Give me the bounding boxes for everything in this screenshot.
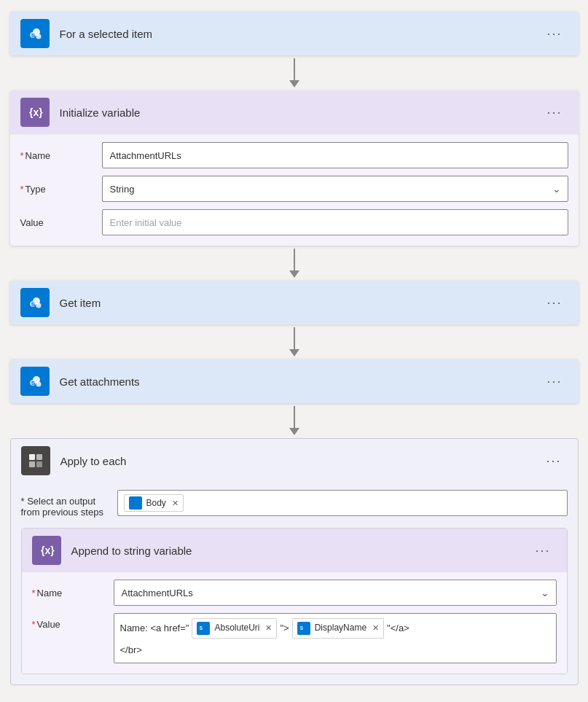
card-header-get-attachments: S Get attachments ··· <box>10 359 579 403</box>
name-select-wrapper: AttachmentURLs ⌄ <box>114 580 557 606</box>
output-field[interactable]: S Body ✕ <box>117 490 568 516</box>
field-row-append-value: *Value Name: <a href=" S <box>32 613 557 663</box>
tag-close-abs[interactable]: ✕ <box>265 621 272 636</box>
card-init-var: {x} Initialize variable ··· *Name *Type <box>10 90 579 246</box>
field-row-value: Value <box>20 209 568 235</box>
svg-text:S: S <box>299 625 303 631</box>
sharepoint-icon-get-item: S <box>20 288 50 317</box>
sharepoint-svg-3: S <box>26 373 44 390</box>
sharepoint-icon-get-attachments: S <box>20 367 50 396</box>
apply-section-body: * Select an output from previous steps S… <box>11 483 578 674</box>
menu-btn-get-attachments[interactable]: ··· <box>541 371 568 392</box>
variable-svg-append: {x} <box>38 542 55 559</box>
arrow-head-4 <box>289 428 299 435</box>
arrow-head-1 <box>289 80 299 87</box>
input-value-init[interactable] <box>102 209 568 235</box>
svg-rect-13 <box>29 454 35 460</box>
variable-icon-append: {x} <box>32 536 61 565</box>
sharepoint-svg: S <box>26 25 44 42</box>
card-selected-item: S For a selected item ··· <box>10 12 579 55</box>
card-header-get-item: S Get item ··· <box>10 281 579 324</box>
apply-icon <box>21 446 50 475</box>
card-header-init-var: {x} Initialize variable ··· <box>10 90 579 134</box>
card-apply-each: Apply to each ··· * Select an output fro… <box>10 438 579 685</box>
tag-body: S Body ✕ <box>124 494 184 512</box>
svg-text:S: S <box>31 380 36 386</box>
menu-btn-append[interactable]: ··· <box>529 540 556 561</box>
tag-body-icon: S <box>129 496 142 510</box>
arrow-head-3 <box>289 349 299 356</box>
sp-svg-abs: S <box>198 623 208 633</box>
svg-rect-15 <box>29 461 35 467</box>
flow-container: S For a selected item ··· {x} Initialize… <box>0 0 588 697</box>
arrow-line-2 <box>294 249 295 270</box>
menu-btn-get-item[interactable]: ··· <box>541 292 568 313</box>
title-selected-item: For a selected item <box>60 28 153 40</box>
card-get-attachments: S Get attachments ··· <box>10 359 579 403</box>
label-append-name: *Name <box>32 588 105 598</box>
arrow-1 <box>10 55 579 90</box>
title-apply-each: Apply to each <box>60 455 127 467</box>
svg-point-7 <box>36 303 41 308</box>
svg-text:S: S <box>31 32 36 39</box>
sharepoint-svg-2: S <box>26 294 44 311</box>
variable-svg: {x} <box>26 104 44 121</box>
svg-text:S: S <box>200 625 203 631</box>
select-type[interactable]: String Integer Float Boolean Array Objec… <box>102 176 568 202</box>
svg-rect-14 <box>36 454 42 460</box>
svg-rect-16 <box>36 461 42 467</box>
append-body: *Name AttachmentURLs ⌄ *Value <box>22 572 567 674</box>
arrow-line-3 <box>294 327 295 349</box>
menu-btn-selected-item[interactable]: ··· <box>541 23 568 44</box>
title-get-attachments: Get attachments <box>60 375 140 388</box>
value-text-1: Name: <a href=" <box>120 620 189 636</box>
arrow-3 <box>10 324 579 359</box>
label-type: *Type <box>20 184 93 195</box>
svg-text:S: S <box>31 301 36 308</box>
arrow-4 <box>10 403 579 438</box>
apply-svg <box>27 452 44 469</box>
sharepoint-icon-selected: S <box>20 19 50 48</box>
title-get-item: Get item <box>60 297 101 309</box>
variable-icon-init: {x} <box>20 98 50 127</box>
field-row-name: *Name <box>20 142 568 168</box>
tag-body-label: Body <box>146 498 166 508</box>
svg-text:{x}: {x} <box>41 545 55 556</box>
svg-text:S: S <box>131 500 134 504</box>
label-append-value: *Value <box>32 613 105 630</box>
svg-point-11 <box>36 382 41 387</box>
menu-btn-init-var[interactable]: ··· <box>541 102 568 123</box>
body-init-var: *Name *Type String Integer Float Boolean… <box>10 134 579 246</box>
tag-absolute-uri-icon: S <box>197 622 210 635</box>
label-select-output: * Select an output from previous steps <box>21 490 109 518</box>
input-name[interactable] <box>102 142 568 168</box>
label-name: *Name <box>20 150 93 161</box>
sharepoint-tag-svg: S <box>130 498 141 508</box>
card-header-selected-item: S For a selected item ··· <box>10 12 579 55</box>
arrow-2 <box>10 246 579 281</box>
select-wrapper-type: String Integer Float Boolean Array Objec… <box>102 176 568 202</box>
title-init-var: Initialize variable <box>60 106 141 119</box>
apply-outer-header: Apply to each ··· <box>11 439 578 483</box>
tag-display-name-icon: S <box>297 622 310 635</box>
svg-point-2 <box>36 34 41 39</box>
value-text-2: "> <box>280 620 289 636</box>
value-line-2: </br> <box>120 641 550 658</box>
value-text-3: "</a> <box>387 620 409 636</box>
tag-display-name-label: DisplayName <box>315 620 366 636</box>
arrow-line-4 <box>294 406 295 428</box>
value-field-append[interactable]: Name: <a href=" S AbsoluteUri <box>114 613 557 663</box>
tag-close-body[interactable]: ✕ <box>172 499 179 508</box>
card-get-item: S Get item ··· <box>10 281 579 324</box>
label-value-init: Value <box>20 217 93 228</box>
value-line-1: Name: <a href=" S AbsoluteUri <box>120 618 550 639</box>
title-append: Append to string variable <box>71 545 192 557</box>
field-row-append-name: *Name AttachmentURLs ⌄ <box>32 580 557 606</box>
menu-btn-apply-each[interactable]: ··· <box>540 451 567 472</box>
arrow-line-1 <box>294 58 295 80</box>
tag-close-dn[interactable]: ✕ <box>372 621 379 636</box>
arrow-head-2 <box>289 270 299 278</box>
card-append-string-var: {x} Append to string variable ··· *Name <box>21 528 568 674</box>
select-append-name[interactable]: AttachmentURLs <box>114 580 557 606</box>
tag-absolute-uri: S AbsoluteUri ✕ <box>192 618 277 639</box>
